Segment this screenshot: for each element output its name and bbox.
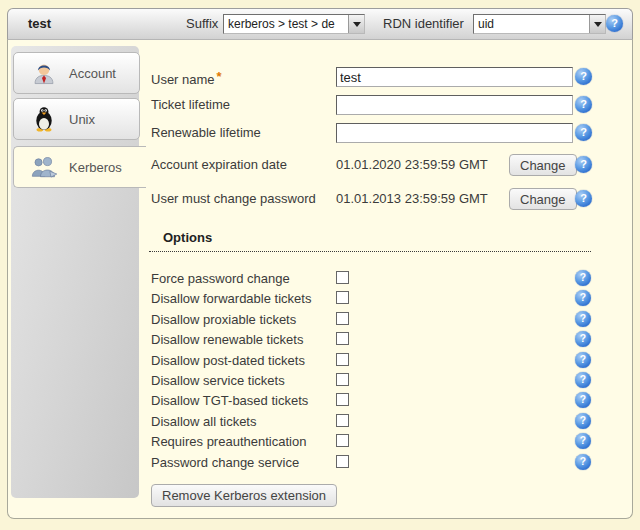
help-icon[interactable]: ? bbox=[575, 372, 591, 388]
ticket-lifetime-row: Ticket lifetime ? bbox=[8, 95, 634, 115]
kerberos-users-icon bbox=[30, 153, 58, 181]
content-panel: Account Unix bbox=[7, 39, 633, 519]
renewable-lifetime-label: Renewable lifetime bbox=[151, 123, 261, 143]
option-label: Disallow proxiable tickets bbox=[151, 310, 296, 330]
option-label: Force password change bbox=[151, 269, 290, 289]
help-icon[interactable]: ? bbox=[575, 311, 591, 327]
user-name-row: User name* ? bbox=[8, 67, 634, 87]
disallow-forwardable-checkbox[interactable] bbox=[336, 291, 349, 304]
must-change-password-label: User must change password bbox=[151, 188, 316, 210]
option-label: Disallow service tickets bbox=[151, 371, 285, 391]
dropdown-arrow-icon[interactable] bbox=[589, 15, 605, 33]
help-icon[interactable]: ? bbox=[575, 68, 592, 85]
disallow-tgt-based-checkbox[interactable] bbox=[336, 393, 349, 406]
help-icon[interactable]: ? bbox=[606, 15, 623, 32]
help-icon[interactable]: ? bbox=[575, 413, 591, 429]
disallow-renewable-checkbox[interactable] bbox=[336, 332, 349, 345]
tab-kerberos[interactable]: Kerberos bbox=[13, 146, 146, 188]
option-row-requires-preauthentication: Requires preauthentication ? bbox=[8, 432, 634, 452]
renewable-lifetime-row: Renewable lifetime ? bbox=[8, 123, 634, 143]
option-label: Disallow forwardable tickets bbox=[151, 289, 311, 309]
option-label: Requires preauthentication bbox=[151, 432, 306, 452]
tab-kerberos-label: Kerberos bbox=[69, 160, 122, 175]
ticket-lifetime-input[interactable] bbox=[336, 95, 573, 115]
remove-kerberos-extension-button[interactable]: Remove Kerberos extension bbox=[151, 484, 337, 507]
must-change-password-row: User must change password 01.01.2013 23:… bbox=[8, 188, 634, 210]
help-icon[interactable]: ? bbox=[575, 352, 591, 368]
option-label: Disallow all tickets bbox=[151, 412, 256, 432]
dropdown-arrow-icon[interactable] bbox=[348, 15, 364, 33]
option-row-disallow-tgt-based: Disallow TGT-based tickets ? bbox=[8, 391, 634, 411]
user-name-label: User name* bbox=[151, 67, 222, 90]
help-icon[interactable]: ? bbox=[575, 392, 591, 408]
must-change-password-value: 01.01.2013 23:59:59 GMT bbox=[336, 188, 488, 210]
option-label: Password change service bbox=[151, 453, 299, 473]
renewable-lifetime-input[interactable] bbox=[336, 123, 573, 143]
option-row-disallow-renewable: Disallow renewable tickets ? bbox=[8, 330, 634, 350]
option-label: Disallow TGT-based tickets bbox=[151, 391, 308, 411]
option-row-force-password-change: Force password change ? bbox=[8, 269, 634, 289]
disallow-proxiable-checkbox[interactable] bbox=[336, 312, 349, 325]
rdn-identifier-label: RDN identifier bbox=[383, 9, 464, 39]
force-password-change-checkbox[interactable] bbox=[336, 271, 349, 284]
account-expiration-label: Account expiration date bbox=[151, 154, 287, 176]
suffix-label: Suffix bbox=[186, 9, 218, 39]
option-row-password-change-service: Password change service ? bbox=[8, 453, 634, 473]
option-row-disallow-proxiable: Disallow proxiable tickets ? bbox=[8, 310, 634, 330]
change-password-date-button[interactable]: Change bbox=[509, 188, 577, 210]
rdn-identifier-select[interactable]: uid bbox=[473, 14, 606, 34]
lam-user-edit-page: test Suffix kerberos > test > de RDN ide… bbox=[0, 0, 640, 530]
password-change-service-checkbox[interactable] bbox=[336, 455, 349, 468]
help-icon[interactable]: ? bbox=[575, 270, 591, 286]
help-icon[interactable]: ? bbox=[575, 331, 591, 347]
help-icon[interactable]: ? bbox=[575, 454, 591, 470]
help-icon[interactable]: ? bbox=[575, 156, 592, 173]
options-heading-label: Options bbox=[163, 230, 212, 245]
rdn-select-value: uid bbox=[474, 17, 589, 31]
requires-preauthentication-checkbox[interactable] bbox=[336, 434, 349, 447]
suffix-select[interactable]: kerberos > test > de bbox=[223, 14, 365, 34]
option-row-disallow-service: Disallow service tickets ? bbox=[8, 371, 634, 391]
option-row-disallow-all-tickets: Disallow all tickets ? bbox=[8, 412, 634, 432]
help-icon[interactable]: ? bbox=[575, 124, 592, 141]
window-header: test Suffix kerberos > test > de RDN ide… bbox=[7, 8, 633, 39]
disallow-service-checkbox[interactable] bbox=[336, 373, 349, 386]
help-icon[interactable]: ? bbox=[575, 290, 591, 306]
options-section-heading: Options bbox=[149, 230, 591, 252]
option-row-disallow-forwardable: Disallow forwardable tickets ? bbox=[8, 289, 634, 309]
option-row-disallow-postdated: Disallow post-dated tickets ? bbox=[8, 351, 634, 371]
disallow-postdated-checkbox[interactable] bbox=[336, 353, 349, 366]
help-icon[interactable]: ? bbox=[575, 433, 591, 449]
option-label: Disallow post-dated tickets bbox=[151, 351, 305, 371]
ticket-lifetime-label: Ticket lifetime bbox=[151, 95, 230, 115]
help-icon[interactable]: ? bbox=[575, 96, 592, 113]
required-marker: * bbox=[217, 69, 222, 84]
user-name-input[interactable] bbox=[336, 67, 573, 87]
help-icon[interactable]: ? bbox=[575, 190, 592, 207]
option-label: Disallow renewable tickets bbox=[151, 330, 303, 350]
suffix-select-value: kerberos > test > de bbox=[224, 17, 348, 31]
account-title: test bbox=[28, 9, 51, 39]
change-expiration-button[interactable]: Change bbox=[509, 154, 577, 176]
disallow-all-tickets-checkbox[interactable] bbox=[336, 414, 349, 427]
account-expiration-value: 01.01.2020 23:59:59 GMT bbox=[336, 154, 488, 176]
